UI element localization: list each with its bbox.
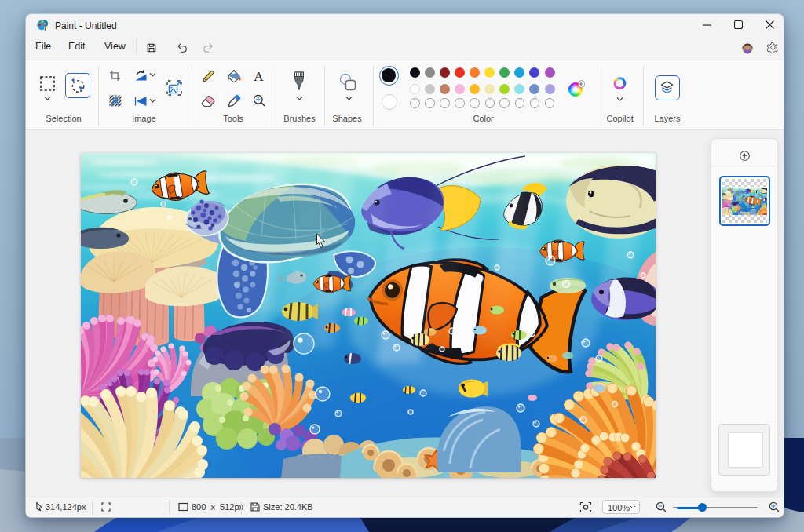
- svg-text:A: A: [254, 70, 264, 82]
